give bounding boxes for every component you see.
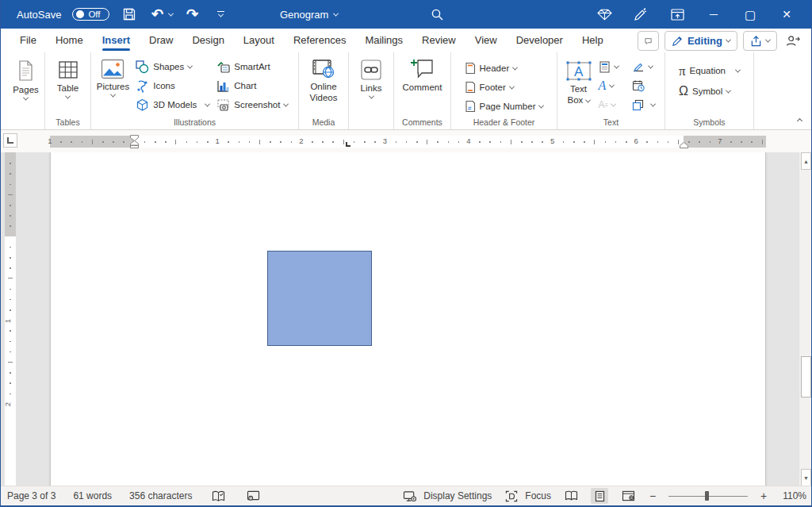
search-icon[interactable] [427, 6, 446, 23]
quick-parts-button[interactable] [596, 57, 629, 76]
ruler-number: 1 [216, 136, 220, 145]
proofing-icon[interactable] [209, 488, 227, 504]
pages-button[interactable]: Pages [10, 56, 42, 101]
undo-icon[interactable]: ↶ [149, 5, 167, 24]
footer-button[interactable]: Footer [462, 78, 547, 97]
tab-layout[interactable]: Layout [234, 30, 284, 52]
text-box-button[interactable]: A TextBox [562, 56, 596, 106]
group-comments: Comment Comments [394, 52, 451, 129]
chart-button[interactable]: Chart [213, 76, 296, 95]
editing-chevron-icon [726, 37, 731, 43]
smartart-icon [216, 60, 230, 74]
links-button[interactable]: Links [357, 56, 385, 99]
object-icon [632, 99, 644, 111]
right-indent-marker[interactable] [680, 142, 688, 148]
group-tables: Table Tables [45, 52, 91, 129]
group-label-header-footer: Header & Footer [451, 117, 557, 127]
hanging-indent-marker[interactable] [130, 140, 139, 148]
tab-stop-marker[interactable] [346, 142, 350, 147]
autosave-toggle[interactable]: Off [72, 8, 109, 21]
macro-record-icon[interactable] [244, 488, 262, 504]
icons-button[interactable]: Icons [132, 76, 213, 95]
shapes-button[interactable]: Shapes [132, 57, 213, 76]
zoom-slider[interactable] [668, 488, 748, 504]
autosave-label: AutoSave [17, 9, 61, 21]
minimize-button[interactable]: ─ [695, 0, 732, 29]
ribbon-display-options-icon[interactable] [659, 0, 695, 29]
feedback-pen-icon[interactable] [622, 0, 659, 29]
drop-cap-icon: A≡ [599, 99, 608, 110]
ruler-row: 11234567 [1, 130, 811, 152]
display-settings-button[interactable]: Display Settings [401, 488, 492, 504]
redo-icon[interactable]: ↷ [184, 5, 201, 24]
signature-line-button[interactable] [629, 57, 661, 76]
online-videos-button[interactable]: OnlineVideos [307, 56, 341, 104]
comments-button[interactable] [638, 31, 659, 51]
zoom-slider-thumb[interactable] [705, 491, 709, 501]
save-icon[interactable] [121, 5, 138, 24]
zoom-out-button[interactable]: − [648, 490, 657, 502]
group-label-symbols: Symbols [665, 117, 753, 127]
tab-design[interactable]: Design [182, 30, 233, 52]
symbol-button[interactable]: Ω Symbol [676, 81, 743, 102]
chart-icon [216, 79, 230, 93]
equation-button[interactable]: π Equation [676, 60, 743, 81]
tab-references[interactable]: References [284, 30, 355, 52]
tab-draw[interactable]: Draw [140, 30, 182, 52]
people-presence-icon[interactable] [783, 32, 803, 51]
focus-button[interactable]: Focus [503, 488, 551, 504]
tab-insert[interactable]: Insert [93, 30, 140, 52]
pictures-button[interactable]: Pictures [94, 56, 133, 98]
maximize-button[interactable]: ▢ [732, 0, 768, 29]
screenshot-button[interactable]: Screenshot [213, 95, 296, 114]
horizontal-ruler[interactable]: 11234567 [50, 136, 766, 148]
wordart-button[interactable]: A [596, 76, 629, 95]
tab-mailings[interactable]: Mailings [355, 30, 412, 52]
scrollbar-thumb[interactable] [801, 356, 811, 398]
document-page[interactable] [50, 152, 766, 486]
undo-chevron-icon[interactable] [167, 10, 173, 16]
zoom-level[interactable]: 110% [779, 490, 806, 501]
online-videos-icon [312, 59, 335, 79]
object-button[interactable] [629, 95, 661, 114]
tab-help[interactable]: Help [573, 30, 613, 52]
header-button[interactable]: Header [462, 59, 547, 78]
quick-access-customize-icon[interactable] [213, 11, 230, 18]
text-box-chevron-icon [584, 98, 590, 103]
3d-models-icon [136, 98, 149, 112]
date-time-button[interactable] [629, 76, 661, 95]
scroll-up-button[interactable]: ▲ [801, 152, 811, 170]
premium-diamond-icon[interactable] [586, 0, 622, 29]
tab-developer[interactable]: Developer [507, 30, 573, 52]
tab-selector[interactable] [3, 133, 17, 148]
smartart-button[interactable]: SmartArt [213, 57, 296, 76]
group-symbols: π Equation Ω Symbol Symbols [665, 52, 754, 129]
rectangle-shape[interactable] [267, 251, 372, 346]
web-layout-icon[interactable] [619, 488, 637, 504]
3d-models-button[interactable]: 3D Models [132, 95, 213, 114]
shapes-icon [136, 60, 149, 74]
icons-icon [136, 79, 149, 93]
tab-review[interactable]: Review [412, 30, 465, 52]
share-button[interactable] [743, 31, 777, 51]
comment-button[interactable]: Comment [400, 56, 446, 93]
collapse-ribbon-icon[interactable] [797, 118, 802, 124]
vertical-ruler[interactable]: 12 [5, 152, 16, 486]
character-count[interactable]: 356 characters [129, 490, 192, 501]
vertical-scrollbar[interactable]: ▲ ▼ [799, 152, 812, 486]
tab-home[interactable]: Home [46, 30, 93, 52]
page-number-button[interactable]: # Page Number [462, 97, 547, 116]
print-layout-icon[interactable] [591, 488, 608, 504]
editing-mode-button[interactable]: Editing [665, 31, 737, 51]
table-button[interactable]: Table [54, 56, 82, 99]
page-indicator[interactable]: Page 3 of 3 [7, 490, 56, 501]
drop-cap-button[interactable]: A≡ [596, 95, 629, 114]
word-count[interactable]: 61 words [73, 490, 112, 501]
document-title[interactable]: Genogram [280, 0, 338, 29]
tab-view[interactable]: View [465, 30, 507, 52]
close-button[interactable]: ✕ [768, 0, 805, 29]
scroll-down-button[interactable]: ▼ [801, 469, 811, 486]
zoom-in-button[interactable]: + [759, 490, 768, 502]
tab-file[interactable]: File [10, 30, 46, 52]
read-mode-icon[interactable] [562, 488, 580, 504]
